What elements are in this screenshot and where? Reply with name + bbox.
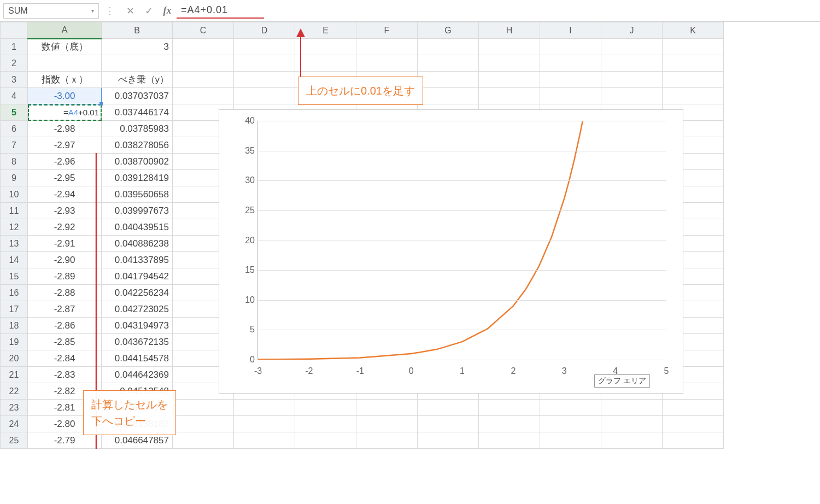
cell[interactable]: [479, 88, 540, 104]
cell[interactable]: [173, 88, 234, 104]
row-header[interactable]: 9: [1, 170, 28, 186]
cell[interactable]: [234, 88, 295, 104]
cell[interactable]: [663, 400, 724, 416]
name-box[interactable]: SUM ▾: [3, 3, 99, 19]
cell[interactable]: 0.043672135: [102, 334, 173, 350]
row-header[interactable]: 8: [1, 154, 28, 170]
row-header[interactable]: 17: [1, 301, 28, 318]
col-header-B[interactable]: B: [102, 22, 173, 39]
cell[interactable]: [540, 39, 601, 55]
cell[interactable]: べき乗（y）: [102, 72, 173, 88]
cell[interactable]: [479, 55, 540, 72]
cell[interactable]: [295, 432, 356, 449]
name-box-dropdown-icon[interactable]: ▾: [91, 8, 94, 14]
row-header[interactable]: 14: [1, 252, 28, 268]
cell[interactable]: -2.98: [28, 121, 102, 137]
cell[interactable]: 0.037037037: [102, 88, 173, 104]
formula-input[interactable]: =A4+0.01: [177, 3, 264, 19]
cell[interactable]: [663, 88, 724, 104]
cell[interactable]: [601, 416, 663, 432]
col-header-C[interactable]: C: [173, 22, 234, 39]
cell[interactable]: -2.94: [28, 186, 102, 203]
cell[interactable]: [295, 416, 356, 432]
cell[interactable]: -2.85: [28, 334, 102, 350]
col-header-J[interactable]: J: [601, 22, 663, 39]
cell[interactable]: 0.044642369: [102, 367, 173, 383]
cell[interactable]: [601, 88, 663, 104]
cell[interactable]: 0.042256234: [102, 285, 173, 301]
cell[interactable]: [479, 400, 540, 416]
cell[interactable]: [173, 39, 234, 55]
cell[interactable]: [601, 432, 663, 449]
col-header-H[interactable]: H: [479, 22, 540, 39]
cell[interactable]: [601, 400, 663, 416]
cell[interactable]: [418, 432, 479, 449]
cell[interactable]: 0.041337895: [102, 252, 173, 268]
cell[interactable]: [234, 432, 295, 449]
cell[interactable]: [173, 400, 234, 416]
cell[interactable]: [663, 432, 724, 449]
row-header[interactable]: 24: [1, 416, 28, 432]
cell[interactable]: 0.042723025: [102, 301, 173, 318]
cell[interactable]: -2.88: [28, 285, 102, 301]
row-header[interactable]: 11: [1, 203, 28, 219]
cell[interactable]: -3.00: [28, 88, 102, 104]
row-header[interactable]: 23: [1, 400, 28, 416]
cell[interactable]: [234, 416, 295, 432]
cell[interactable]: [663, 72, 724, 88]
cell[interactable]: [540, 400, 601, 416]
insert-function-button[interactable]: fx: [158, 5, 177, 16]
cell[interactable]: [173, 432, 234, 449]
row-header[interactable]: 1: [1, 39, 28, 55]
row-header[interactable]: 12: [1, 219, 28, 236]
cell[interactable]: [601, 39, 663, 55]
cell[interactable]: [418, 55, 479, 72]
cell[interactable]: [28, 55, 102, 72]
cell[interactable]: 0.040886238: [102, 236, 173, 252]
cell[interactable]: [356, 55, 418, 72]
cell[interactable]: [540, 88, 601, 104]
cell[interactable]: [418, 88, 479, 104]
cell[interactable]: -2.90: [28, 252, 102, 268]
cell[interactable]: 0.040439515: [102, 219, 173, 236]
cell[interactable]: 0.038700902: [102, 154, 173, 170]
chart-area[interactable]: 0510152025303540-3-2-1012345 グラフ エリア: [219, 109, 683, 394]
cell[interactable]: 3: [102, 39, 173, 55]
cell[interactable]: [540, 72, 601, 88]
cell[interactable]: -2.83: [28, 367, 102, 383]
row-header[interactable]: 21: [1, 367, 28, 383]
col-header-I[interactable]: I: [540, 22, 601, 39]
cell[interactable]: 0.039128419: [102, 170, 173, 186]
cell[interactable]: 0.038278056: [102, 137, 173, 154]
cancel-formula-button[interactable]: ✕: [121, 5, 139, 17]
cell[interactable]: [663, 39, 724, 55]
cell[interactable]: [102, 55, 173, 72]
cell[interactable]: =A4+0.01: [28, 104, 102, 121]
cell[interactable]: -2.95: [28, 170, 102, 186]
cell[interactable]: [479, 72, 540, 88]
cell[interactable]: [540, 416, 601, 432]
row-header[interactable]: 22: [1, 383, 28, 400]
row-header[interactable]: 18: [1, 318, 28, 334]
row-header[interactable]: 13: [1, 236, 28, 252]
col-header-G[interactable]: G: [418, 22, 479, 39]
row-header[interactable]: 7: [1, 137, 28, 154]
cell[interactable]: -2.86: [28, 318, 102, 334]
cell[interactable]: 指数（ｘ）: [28, 72, 102, 88]
cell[interactable]: -2.91: [28, 236, 102, 252]
select-all-corner[interactable]: [1, 22, 28, 39]
cell[interactable]: [418, 416, 479, 432]
cell[interactable]: [173, 55, 234, 72]
row-header[interactable]: 25: [1, 432, 28, 449]
row-header[interactable]: 6: [1, 121, 28, 137]
col-header-F[interactable]: F: [356, 22, 418, 39]
cell[interactable]: 0.037446174: [102, 104, 173, 121]
enter-formula-button[interactable]: ✓: [139, 5, 158, 17]
col-header-A[interactable]: A: [28, 22, 102, 39]
col-header-K[interactable]: K: [663, 22, 724, 39]
row-header[interactable]: 19: [1, 334, 28, 350]
cell[interactable]: -2.93: [28, 203, 102, 219]
cell[interactable]: [479, 39, 540, 55]
row-header[interactable]: 3: [1, 72, 28, 88]
cell[interactable]: [234, 400, 295, 416]
